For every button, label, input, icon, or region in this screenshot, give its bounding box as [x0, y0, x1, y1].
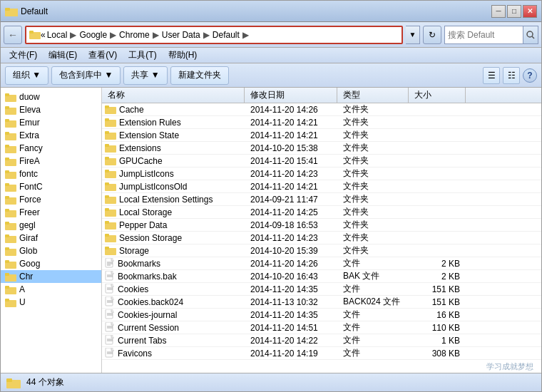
svg-rect-15: [5, 132, 9, 135]
search-area: [444, 26, 538, 44]
folder-icon: [105, 182, 116, 191]
help-button[interactable]: ?: [523, 68, 537, 83]
folder-icon: [5, 182, 16, 192]
menu-edit[interactable]: 编辑(E): [43, 48, 83, 63]
sidebar-item-fontc2[interactable]: FontC: [1, 180, 101, 193]
sidebar-item-eleva[interactable]: Eleva: [1, 103, 101, 116]
table-row[interactable]: Session Storage 2014-11-20 14:23 文件夹: [102, 232, 541, 244]
table-row[interactable]: Cookies 2014-11-20 14:35 文件 151 KB: [102, 283, 541, 296]
svg-rect-9: [5, 93, 9, 96]
svg-rect-27: [5, 209, 9, 212]
share-button[interactable]: 共享 ▼: [123, 66, 167, 85]
table-row[interactable]: Extension State 2014-11-20 14:21 文件夹: [102, 129, 541, 142]
table-row[interactable]: Bookmarks.bak 2014-10-20 16:43 BAK 文件 2 …: [102, 270, 541, 283]
table-row[interactable]: Pepper Data 2014-09-18 16:53 文件夹: [102, 219, 541, 232]
minimize-button[interactable]: ─: [491, 5, 506, 18]
sidebar-item-gegl[interactable]: gegl: [1, 219, 101, 232]
sidebar-item-chr[interactable]: Chr: [1, 270, 101, 283]
table-row[interactable]: Favicons 2014-11-20 14:19 文件 308 KB: [102, 347, 541, 360]
file-name-local-storage: Local Storage: [102, 207, 245, 217]
sidebar-item-emur[interactable]: Emur: [1, 116, 101, 129]
view-details-button[interactable]: ☷: [503, 67, 520, 84]
col-header-date[interactable]: 修改日期: [245, 88, 337, 103]
refresh-button[interactable]: ↻: [423, 26, 441, 44]
table-row[interactable]: GPUCache 2014-11-20 15:41 文件夹: [102, 155, 541, 167]
svg-rect-23: [5, 183, 9, 186]
sidebar-item-u[interactable]: U: [1, 296, 101, 309]
document-icon: [105, 309, 115, 321]
maximize-button[interactable]: □: [507, 5, 521, 18]
table-row[interactable]: Cookies.back024 2014-11-13 10:32 BACK024…: [102, 296, 541, 309]
table-row[interactable]: JumpListIconsOld 2014-11-20 14:21 文件夹: [102, 180, 541, 193]
table-row[interactable]: Extensions 2014-10-20 15:38 文件夹: [102, 142, 541, 155]
document-icon: [105, 335, 115, 346]
address-dropdown-button[interactable]: ▼: [406, 26, 420, 44]
include-button[interactable]: 包含到库中 ▼: [51, 66, 121, 85]
sidebar-item-duow[interactable]: duow: [1, 91, 101, 103]
file-name-storage: Storage: [102, 246, 245, 256]
svg-rect-45: [105, 118, 109, 121]
folder-icon: [5, 208, 16, 217]
table-row[interactable]: Cookies-journal 2014-11-20 14:35 文件 16 K…: [102, 309, 541, 321]
table-row[interactable]: Cache 2014-11-20 14:26 文件夹: [102, 103, 541, 116]
sidebar-item-glob[interactable]: Glob: [1, 244, 101, 257]
sidebar-item-firea[interactable]: FireA: [1, 155, 101, 167]
menu-help[interactable]: 帮助(H): [163, 48, 203, 63]
svg-rect-65: [105, 247, 109, 249]
table-row[interactable]: Extension Rules 2014-11-20 14:21 文件夹: [102, 116, 541, 129]
svg-rect-37: [5, 273, 9, 276]
file-name-local-extension-settings: Local Extension Settings: [102, 195, 245, 205]
svg-rect-59: [105, 208, 109, 211]
new-folder-button[interactable]: 新建文件夹: [170, 66, 229, 85]
menu-file[interactable]: 文件(F): [4, 48, 43, 63]
document-icon: [105, 322, 115, 334]
table-row[interactable]: Local Storage 2014-11-20 14:25 文件夹: [102, 206, 541, 219]
file-name-current-tabs: Current Tabs: [102, 335, 245, 346]
folder-icon: [5, 221, 16, 230]
sidebar-item-fontc[interactable]: fontc: [1, 167, 101, 180]
close-button[interactable]: ✕: [523, 5, 537, 18]
address-bar[interactable]: « Local ▶ Google ▶ Chrome ▶ User Data ▶ …: [25, 26, 403, 44]
sidebar-item-force[interactable]: Force: [1, 193, 101, 206]
view-menu-button[interactable]: ☰: [483, 67, 500, 84]
organize-button[interactable]: 组织 ▼: [5, 66, 48, 85]
menu-view[interactable]: 查看(V): [83, 48, 123, 63]
svg-rect-51: [105, 157, 109, 160]
sidebar: duow Eleva Emur Extra Fancy FireA: [1, 88, 102, 373]
status-folder-icon: [6, 377, 21, 388]
table-row[interactable]: Bookmarks 2014-11-20 14:26 文件 2 KB: [102, 257, 541, 270]
file-name-cookies-back024: Cookies.back024: [102, 296, 245, 308]
file-name-pepper-data: Pepper Data: [102, 220, 245, 230]
folder-icon: [105, 233, 116, 242]
search-button[interactable]: [523, 26, 538, 44]
table-row[interactable]: Current Session 2014-11-20 14:51 文件 110 …: [102, 321, 541, 334]
menu-tools[interactable]: 工具(T): [123, 48, 162, 63]
sidebar-item-extra[interactable]: Extra: [1, 129, 101, 142]
toolbar: 组织 ▼ 包含到库中 ▼ 共享 ▼ 新建文件夹 ☰ ☷ ?: [1, 63, 541, 88]
table-row[interactable]: Current Tabs 2014-11-20 14:22 文件 1 KB: [102, 334, 541, 347]
table-row[interactable]: Local Extension Settings 2014-09-21 11:4…: [102, 193, 541, 206]
back-button[interactable]: ←: [4, 26, 22, 44]
file-name-favicons: Favicons: [102, 348, 245, 359]
col-header-type[interactable]: 类型: [337, 88, 409, 103]
svg-rect-31: [5, 234, 9, 237]
folder-icon: [5, 105, 16, 115]
search-input[interactable]: [444, 26, 523, 44]
status-bar: 44 个对象: [1, 373, 541, 391]
document-icon: [105, 258, 115, 269]
sidebar-item-fancy[interactable]: Fancy: [1, 142, 101, 155]
svg-rect-35: [5, 260, 9, 263]
sidebar-item-freer[interactable]: Freer: [1, 206, 101, 219]
table-row[interactable]: Storage 2014-10-20 15:39 文件夹: [102, 244, 541, 257]
file-list-area: 名称 修改日期 类型 大小 Cache 2014-11-20 14:26 文件夹: [102, 88, 541, 373]
col-header-size[interactable]: 大小: [409, 88, 466, 103]
svg-line-7: [532, 36, 534, 38]
main-content: duow Eleva Emur Extra Fancy FireA: [1, 88, 541, 373]
folder-icon: [5, 285, 16, 294]
col-header-name[interactable]: 名称: [102, 88, 245, 103]
folder-icon: [105, 105, 116, 114]
sidebar-item-goog[interactable]: Goog: [1, 257, 101, 270]
table-row[interactable]: JumpListIcons 2014-11-20 14:23 文件夹: [102, 167, 541, 180]
sidebar-item-giraf[interactable]: Giraf: [1, 232, 101, 244]
sidebar-item-a[interactable]: A: [1, 283, 101, 296]
